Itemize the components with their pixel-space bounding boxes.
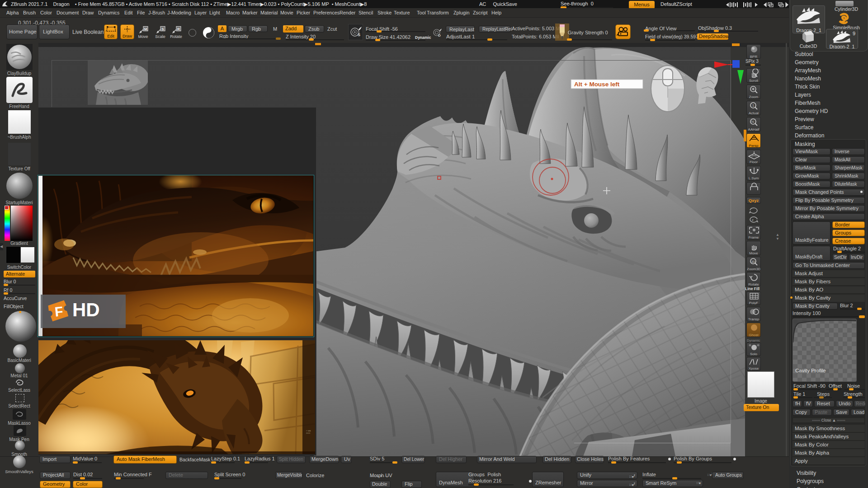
svg-text:F: F: [54, 304, 64, 319]
svg-text:D: D: [438, 33, 441, 38]
svg-text:Alt + Mouse left: Alt + Mouse left: [574, 81, 620, 88]
svg-text:1: 1: [752, 104, 754, 107]
svg-text:S: S: [161, 27, 164, 31]
svg-text:M: M: [144, 27, 147, 31]
svg-text:S: S: [358, 33, 360, 37]
svg-text:R: R: [177, 27, 180, 31]
svg-text:½: ½: [751, 120, 754, 123]
svg-text:3D: 3D: [751, 260, 755, 263]
svg-text:z: z: [752, 218, 754, 222]
